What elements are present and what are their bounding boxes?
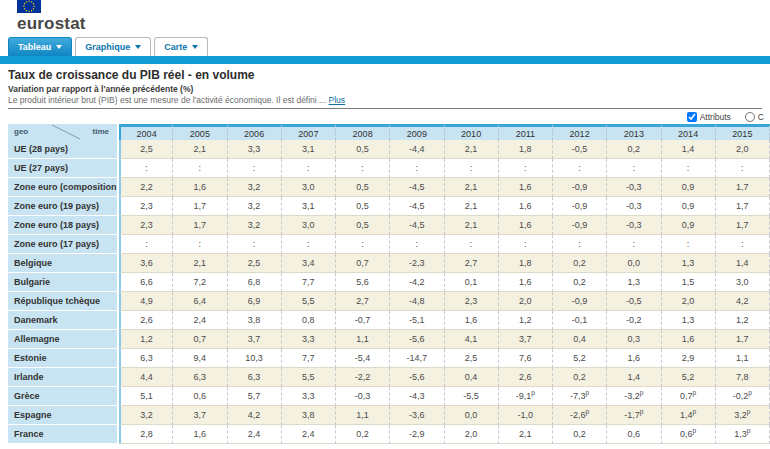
- value-cell: -5,1: [390, 311, 444, 330]
- value-cell: 6,3: [228, 368, 282, 387]
- row-label[interactable]: Zone euro (19 pays): [8, 197, 119, 216]
- value-cell: 2,1: [445, 197, 499, 216]
- value-cell: :: [173, 235, 227, 254]
- value-cell: -0,9: [553, 292, 607, 311]
- codes-radio[interactable]: [745, 112, 755, 122]
- value-cell: 2,7: [445, 254, 499, 273]
- value-cell: 3,2: [228, 178, 282, 197]
- provisional-flag: p: [747, 408, 751, 415]
- year-column-header[interactable]: 2015: [716, 124, 770, 140]
- table-row: Zone euro (19 pays)2,31,73,23,10,5-4,52,…: [8, 197, 770, 216]
- year-column-header[interactable]: 2014: [662, 124, 716, 140]
- eurostat-logo[interactable]: eurostat: [17, 13, 770, 37]
- value-cell: 1,6: [499, 216, 553, 235]
- row-label[interactable]: UE (28 pays): [8, 140, 119, 159]
- table-row: Espagne3,23,74,23,81,1-3,60,0-1,0-2,6p-1…: [8, 406, 770, 425]
- table-row: Zone euro (18 pays)2,31,73,23,00,5-4,52,…: [8, 216, 770, 235]
- value-cell: 5,5: [282, 368, 336, 387]
- value-cell: 1,7: [173, 197, 227, 216]
- value-cell: -1,0: [499, 406, 553, 425]
- value-cell: 1,4: [662, 140, 716, 159]
- table-row: Belgique3,62,12,53,40,7-2,32,71,80,20,01…: [8, 254, 770, 273]
- dataset-description: Le produit intérieur brut (PIB) est une …: [8, 95, 762, 105]
- row-label[interactable]: Zone euro (18 pays): [8, 216, 119, 235]
- value-cell: -5,5: [445, 387, 499, 406]
- tab-tableau[interactable]: Tableau: [8, 37, 72, 56]
- value-cell: -5,4: [336, 349, 390, 368]
- time-dimension-label: time: [93, 127, 109, 136]
- value-cell: 1,6: [173, 178, 227, 197]
- value-cell: :: [119, 235, 173, 254]
- tab-carte-label: Carte: [164, 42, 187, 52]
- row-label[interactable]: Irlande: [8, 368, 119, 387]
- row-label[interactable]: Belgique: [8, 254, 119, 273]
- value-cell: 1,3: [662, 311, 716, 330]
- row-label[interactable]: Espagne: [8, 406, 119, 425]
- value-cell: -9,1p: [499, 387, 553, 406]
- value-cell: 6,4: [173, 292, 227, 311]
- year-column-header[interactable]: 2012: [553, 124, 607, 140]
- value-cell: :: [553, 159, 607, 178]
- value-cell: 1,7: [716, 178, 770, 197]
- value-cell: -5,6: [390, 368, 444, 387]
- value-cell: 1,5: [662, 273, 716, 292]
- eurostat-table-page: eurostat Tableau Graphique Carte Taux de…: [0, 0, 770, 449]
- row-label[interactable]: Zone euro (17 pays): [8, 235, 119, 254]
- row-label[interactable]: République tchèque: [8, 292, 119, 311]
- value-cell: 4,2: [716, 292, 770, 311]
- value-cell: -2,2: [336, 368, 390, 387]
- value-cell: :: [607, 235, 661, 254]
- year-column-header[interactable]: 2011: [499, 124, 553, 140]
- attributes-label[interactable]: Attributs: [700, 112, 731, 122]
- value-cell: 1,6: [499, 273, 553, 292]
- year-column-header[interactable]: 2006: [228, 124, 282, 140]
- attributes-checkbox[interactable]: [687, 112, 697, 122]
- row-label[interactable]: Bulgarie: [8, 273, 119, 292]
- tab-carte[interactable]: Carte: [154, 37, 208, 56]
- value-cell: 3,8: [282, 406, 336, 425]
- value-cell: :: [173, 159, 227, 178]
- value-cell: 3,0: [282, 178, 336, 197]
- year-column-header[interactable]: 2009: [390, 124, 444, 140]
- year-column-header[interactable]: 2008: [336, 124, 390, 140]
- year-column-header[interactable]: 2004: [119, 124, 173, 140]
- year-column-header[interactable]: 2010: [445, 124, 499, 140]
- provisional-flag: p: [693, 427, 697, 434]
- value-cell: -7,3p: [553, 387, 607, 406]
- row-label[interactable]: UE (27 pays): [8, 159, 119, 178]
- value-cell: 3,8: [228, 311, 282, 330]
- value-cell: :: [607, 159, 661, 178]
- value-cell: 1,7: [716, 330, 770, 349]
- value-cell: 1,6: [607, 349, 661, 368]
- value-cell: 1,4: [607, 368, 661, 387]
- value-cell: 1,7: [716, 216, 770, 235]
- table-row: Zone euro (17 pays)::::::::::::: [8, 235, 770, 254]
- row-label[interactable]: France: [8, 425, 119, 444]
- value-cell: 0,1: [445, 273, 499, 292]
- year-column-header[interactable]: 2013: [607, 124, 661, 140]
- value-cell: 2,3: [119, 197, 173, 216]
- value-cell: -14,7: [390, 349, 444, 368]
- year-column-header[interactable]: 2005: [173, 124, 227, 140]
- row-label[interactable]: Zone euro (composition variable): [8, 178, 119, 197]
- more-link[interactable]: Plus: [329, 95, 346, 105]
- value-cell: 7,6: [499, 349, 553, 368]
- value-cell: 2,3: [119, 216, 173, 235]
- value-cell: 5,5: [282, 292, 336, 311]
- value-cell: :: [662, 235, 716, 254]
- value-cell: 3,2: [119, 406, 173, 425]
- value-cell: 3,0: [282, 216, 336, 235]
- row-label[interactable]: Allemagne: [8, 330, 119, 349]
- value-cell: :: [445, 159, 499, 178]
- value-cell: 2,0: [662, 292, 716, 311]
- tab-graphique[interactable]: Graphique: [75, 37, 151, 56]
- value-cell: 7,8: [716, 368, 770, 387]
- row-label[interactable]: Danemark: [8, 311, 119, 330]
- row-label[interactable]: Estonie: [8, 349, 119, 368]
- eu-flag-icon: [17, 0, 41, 13]
- value-cell: 1,3: [607, 273, 661, 292]
- value-cell: :: [336, 159, 390, 178]
- year-column-header[interactable]: 2007: [282, 124, 336, 140]
- table-row: Estonie6,39,410,37,7-5,4-14,72,57,65,21,…: [8, 349, 770, 368]
- row-label[interactable]: Grèce: [8, 387, 119, 406]
